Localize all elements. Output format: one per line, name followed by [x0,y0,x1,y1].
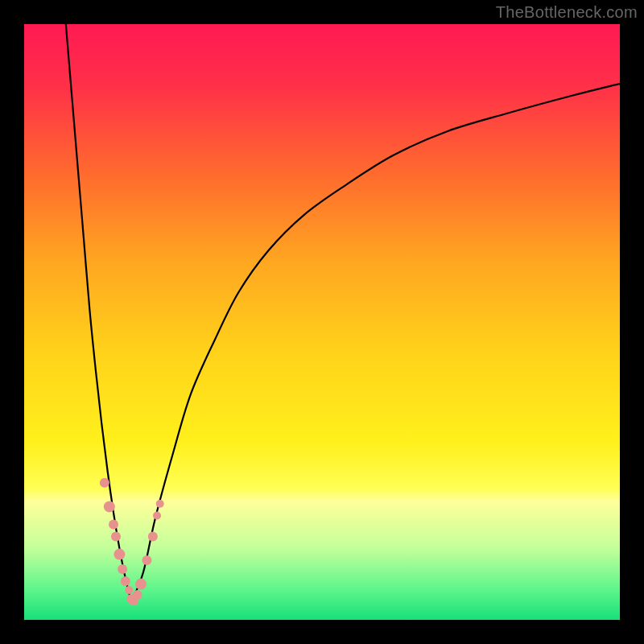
marker-dot [114,549,125,560]
marker-dot [121,576,130,586]
plot-area [24,24,620,620]
curve-right-branch [131,84,620,602]
attribution-text: TheBottleneck.com [496,3,638,22]
marker-dot [118,564,127,574]
marker-group [100,478,164,606]
plot-overlay [24,24,620,620]
marker-dot [156,500,164,508]
marker-dot [111,531,121,541]
marker-dot [135,579,147,590]
marker-dot [142,555,151,565]
marker-dot [100,478,109,488]
marker-dot [153,512,161,520]
chart-frame: TheBottleneck.com [0,0,644,644]
marker-dot [109,520,118,530]
marker-dot [148,531,158,541]
curve-left-branch [66,24,131,602]
marker-dot [104,501,115,512]
marker-dot [133,590,142,600]
marker-dot [125,586,133,594]
